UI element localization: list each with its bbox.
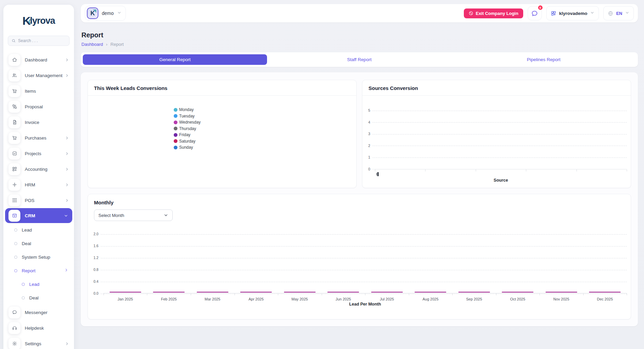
leads-conversions-title: This Week Leads Conversions	[88, 80, 356, 96]
legend-item[interactable]: Sunday	[174, 144, 201, 151]
bullet-icon	[22, 296, 25, 299]
bar-may-2025[interactable]	[284, 292, 316, 293]
sidebar-subitem-deal[interactable]: Deal	[3, 237, 74, 250]
bullet-icon	[14, 242, 17, 245]
chevron-right-icon	[65, 73, 69, 78]
y-tick-label: 4	[362, 120, 373, 124]
bar-jul-2025[interactable]	[371, 292, 403, 293]
sidebar-subitem-report[interactable]: Report	[3, 264, 74, 277]
breadcrumb: Dashboard › Report	[81, 42, 637, 47]
sidebar-search[interactable]	[8, 36, 70, 46]
bar-jan-2025[interactable]	[110, 292, 141, 293]
x-tick-label: Dec 2025	[597, 297, 613, 301]
sidebar-subitem-deal[interactable]: Deal	[3, 291, 74, 305]
language-selector[interactable]: EN	[603, 6, 634, 20]
company-switcher[interactable]: K demo	[85, 6, 126, 21]
gridline-row: 4	[362, 121, 627, 125]
sidebar-item-label: HRM	[25, 182, 65, 187]
legend-label: Monday	[179, 107, 194, 112]
legend-item[interactable]: Wednesday	[174, 119, 201, 126]
sidebar-item-purchases[interactable]: Purchases	[3, 130, 74, 146]
bar-apr-2025[interactable]	[240, 292, 272, 293]
sidebar-item-label: POS	[25, 198, 65, 203]
bar-oct-2025[interactable]	[502, 292, 533, 293]
tab-pipelines-report[interactable]: Pipelines Report	[452, 54, 636, 65]
user-menu[interactable]: klyrovademo	[546, 6, 599, 20]
legend-item[interactable]: Tuesday	[174, 113, 201, 120]
cart-icon	[8, 132, 20, 144]
sidebar-item-label: Lead	[29, 282, 69, 287]
sidebar-item-crm[interactable]: CRM	[5, 208, 72, 223]
x-axis-tick-label	[377, 172, 379, 176]
users-icon	[8, 70, 20, 81]
x-tick-label: Jul 2025	[380, 297, 394, 301]
y-tick-label: 1.2	[88, 256, 101, 260]
axis-tick	[627, 169, 627, 171]
grid-plus-icon	[8, 163, 20, 175]
bar-mar-2025[interactable]	[197, 292, 228, 293]
sidebar-item-invoice[interactable]: Invoice	[3, 114, 74, 130]
sidebar-item-items[interactable]: Items	[3, 83, 74, 99]
chevron-down-icon	[590, 10, 594, 16]
legend-item[interactable]: Monday	[174, 107, 201, 113]
tab-staff-report[interactable]: Staff Report	[267, 54, 451, 65]
app-logo: K‹lyrova	[3, 5, 74, 32]
legend-item[interactable]: Thursday	[174, 126, 201, 132]
sidebar-item-dashboard[interactable]: Dashboard	[3, 52, 74, 68]
legend-label: Wednesday	[179, 120, 201, 125]
axis-tick	[526, 169, 526, 171]
sidebar-item-user-management[interactable]: User Management	[3, 68, 74, 83]
select-month-value: Select Month	[98, 213, 124, 218]
bar-feb-2025[interactable]	[153, 292, 185, 293]
legend-item[interactable]: Saturday	[174, 138, 201, 145]
sidebar-item-proposal[interactable]: Proposal	[3, 99, 74, 114]
bar-nov-2025[interactable]	[546, 292, 577, 293]
company-name: demo	[102, 11, 114, 16]
select-month-dropdown[interactable]: Select Month	[94, 209, 173, 221]
sidebar-item-label: User Management	[25, 73, 65, 78]
sidebar-item-label: Items	[25, 89, 69, 94]
sidebar-item-label: Deal	[22, 241, 69, 246]
y-tick-label: 0.8	[88, 268, 101, 272]
sidebar-item-label: System Setup	[22, 255, 69, 260]
sidebar-item-accounting[interactable]: Accounting	[3, 161, 74, 177]
bar-aug-2025[interactable]	[415, 292, 446, 293]
tab-general-report[interactable]: General Report	[83, 54, 267, 65]
x-axis	[375, 169, 627, 169]
legend-item[interactable]: Friday	[174, 132, 201, 138]
bar-jun-2025[interactable]	[327, 292, 359, 293]
sidebar-item-helpdesk[interactable]: Helpdesk	[3, 320, 74, 336]
target-icon	[8, 179, 20, 191]
breadcrumb-dashboard-link[interactable]: Dashboard	[81, 42, 103, 47]
check-square-icon	[8, 148, 20, 160]
legend-dot	[174, 108, 177, 112]
exit-company-login-button[interactable]: Exit Company Login	[464, 8, 523, 18]
sidebar-subitem-lead[interactable]: Lead	[3, 277, 74, 291]
gridline-row: 3	[362, 132, 627, 136]
chevron-right-icon	[65, 58, 69, 62]
messages-button[interactable]: 0	[528, 6, 542, 20]
chevron-down-icon	[625, 10, 629, 16]
chevron-down-icon	[117, 10, 121, 16]
bar-sep-2025[interactable]	[458, 292, 490, 293]
cart-icon	[8, 85, 20, 97]
bar-dec-2025[interactable]	[589, 292, 621, 293]
sidebar-item-messenger[interactable]: Messenger	[3, 305, 74, 320]
sidebar-subitem-lead[interactable]: Lead	[3, 223, 74, 237]
x-tick-label: Jun 2025	[336, 297, 351, 301]
sidebar-item-label: Messenger	[25, 310, 69, 315]
legend-dot	[174, 127, 177, 130]
search-input[interactable]	[18, 38, 66, 43]
sidebar-subitem-system-setup[interactable]: System Setup	[3, 250, 74, 264]
sidebar-item-projects[interactable]: Projects	[3, 146, 74, 161]
top-bar: K demo Exit Company Login 0 klyrovademo …	[81, 4, 638, 22]
sidebar-item-hrm[interactable]: HRM	[3, 177, 74, 192]
crm-icon	[8, 210, 20, 222]
y-tick-label: 0.0	[88, 291, 101, 295]
axis-tick	[476, 169, 476, 171]
search-icon	[12, 38, 16, 43]
page-title: Report	[81, 31, 637, 39]
sidebar-item-settings[interactable]: Settings	[3, 336, 74, 349]
sidebar-item-pos[interactable]: POS	[3, 192, 74, 208]
legend-label: Tuesday	[179, 114, 195, 118]
